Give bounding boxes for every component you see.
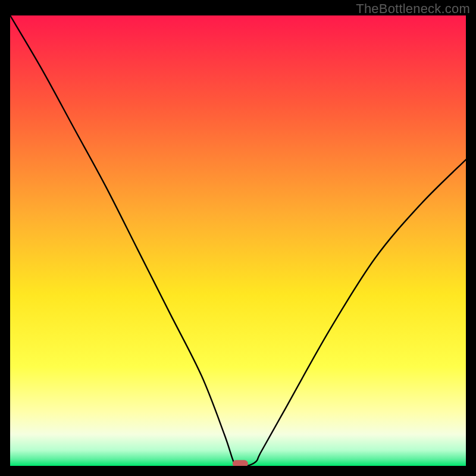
plot-area: [10, 15, 466, 466]
chart-frame: TheBottleneck.com: [0, 0, 476, 476]
min-marker: [233, 460, 248, 466]
watermark-text: TheBottleneck.com: [356, 1, 470, 17]
gradient-background: [10, 15, 466, 466]
chart-svg: [10, 15, 466, 466]
